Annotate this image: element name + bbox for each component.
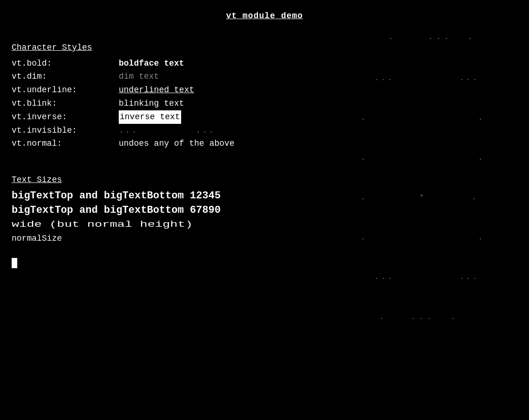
dim-row: vt.dim: dim text: [12, 70, 517, 83]
normal-label: vt.normal:: [12, 137, 119, 150]
big-text-line-2: bigTextTop and bigTextBottom 67890: [12, 203, 517, 218]
wide-text-line: wide (but normal height): [12, 218, 517, 232]
big-text-line-1: bigTextTop and bigTextBottom 12345: [12, 189, 517, 203]
underline-row: vt.underline: underlined text: [12, 83, 517, 97]
dim-label: vt.dim:: [12, 70, 119, 83]
inverse-label: vt.inverse:: [12, 110, 119, 124]
invisible-label: vt.invisible:: [12, 124, 119, 137]
normal-value: undoes any of the above: [119, 137, 234, 150]
cursor-line: [12, 256, 517, 270]
bold-label: vt.bold:: [12, 57, 119, 70]
inverse-value: inverse text: [119, 110, 181, 124]
underline-label: vt.underline:: [12, 83, 119, 97]
underline-value: underlined text: [119, 83, 194, 97]
blink-row: vt.blink: blinking text: [12, 97, 517, 110]
blink-value: blinking text: [119, 97, 184, 110]
invisible-row: vt.invisible: ... ...: [12, 124, 517, 137]
text-sizes-section: Text Sizes bigTextTop and bigTextBottom …: [12, 171, 517, 270]
page-title: vt module demo: [12, 9, 517, 23]
normal-row: vt.normal: undoes any of the above: [12, 137, 517, 150]
bold-row: vt.bold: boldface text: [12, 57, 517, 70]
terminal-cursor: [12, 258, 17, 268]
inverse-row: vt.inverse: inverse text: [12, 110, 517, 124]
normal-size-line: normalSize: [12, 232, 517, 245]
bold-value: boldface text: [119, 57, 184, 70]
blink-label: vt.blink:: [12, 97, 119, 110]
character-styles-heading: Character Styles: [12, 39, 517, 57]
invisible-value: ... ...: [119, 124, 215, 137]
text-sizes-heading: Text Sizes: [12, 171, 517, 189]
dim-value: dim text: [119, 70, 159, 83]
